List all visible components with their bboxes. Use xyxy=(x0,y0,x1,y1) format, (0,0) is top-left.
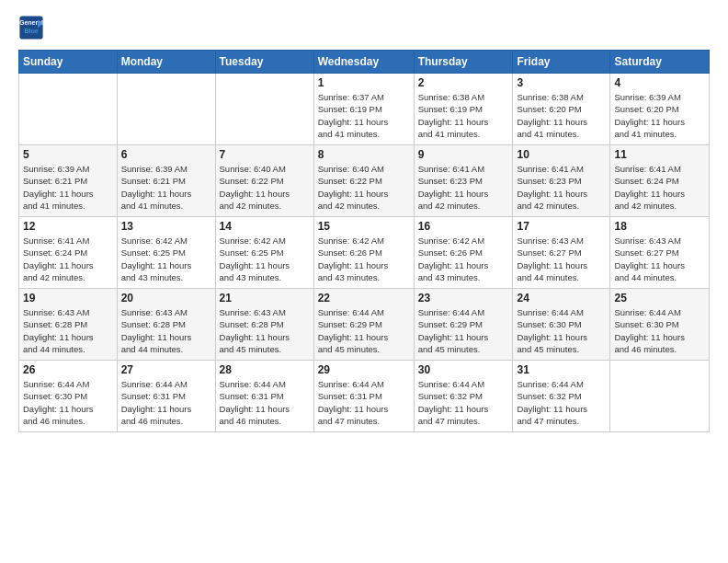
day-number: 25 xyxy=(614,292,705,304)
day-header-sunday: Sunday xyxy=(19,51,118,74)
day-number: 15 xyxy=(318,220,410,233)
day-number: 24 xyxy=(517,292,606,304)
calendar-cell: 18Sunrise: 6:43 AM Sunset: 6:27 PM Dayli… xyxy=(610,217,710,289)
day-info: Sunrise: 6:44 AM Sunset: 6:30 PM Dayligh… xyxy=(614,306,705,355)
calendar-cell: 13Sunrise: 6:42 AM Sunset: 6:25 PM Dayli… xyxy=(117,217,215,289)
day-info: Sunrise: 6:44 AM Sunset: 6:29 PM Dayligh… xyxy=(318,306,410,355)
calendar-cell: 12Sunrise: 6:41 AM Sunset: 6:24 PM Dayli… xyxy=(19,217,118,289)
day-info: Sunrise: 6:44 AM Sunset: 6:32 PM Dayligh… xyxy=(418,378,509,427)
day-number: 2 xyxy=(418,76,509,89)
calendar-cell: 16Sunrise: 6:42 AM Sunset: 6:26 PM Dayli… xyxy=(414,217,513,289)
day-number: 30 xyxy=(418,363,509,376)
day-number: 16 xyxy=(418,220,509,233)
day-header-tuesday: Tuesday xyxy=(215,51,313,74)
calendar-cell: 26Sunrise: 6:44 AM Sunset: 6:30 PM Dayli… xyxy=(19,361,118,432)
svg-text:Blue: Blue xyxy=(24,28,38,34)
day-info: Sunrise: 6:43 AM Sunset: 6:27 PM Dayligh… xyxy=(517,235,606,283)
day-header-thursday: Thursday xyxy=(414,51,513,74)
day-header-saturday: Saturday xyxy=(610,51,710,74)
calendar-cell: 17Sunrise: 6:43 AM Sunset: 6:27 PM Dayli… xyxy=(513,217,610,289)
calendar-cell: 5Sunrise: 6:39 AM Sunset: 6:21 PM Daylig… xyxy=(19,145,118,217)
day-number: 14 xyxy=(220,220,310,233)
day-info: Sunrise: 6:41 AM Sunset: 6:23 PM Dayligh… xyxy=(517,163,606,212)
calendar-cell: 29Sunrise: 6:44 AM Sunset: 6:31 PM Dayli… xyxy=(313,361,414,432)
logo-icon: General Blue xyxy=(18,15,44,40)
day-number: 28 xyxy=(220,363,310,376)
day-number: 22 xyxy=(318,292,410,304)
day-info: Sunrise: 6:38 AM Sunset: 6:20 PM Dayligh… xyxy=(517,91,606,140)
day-number: 17 xyxy=(517,220,606,233)
calendar-cell: 23Sunrise: 6:44 AM Sunset: 6:29 PM Dayli… xyxy=(414,289,513,361)
day-info: Sunrise: 6:39 AM Sunset: 6:21 PM Dayligh… xyxy=(23,163,113,212)
calendar-cell: 19Sunrise: 6:43 AM Sunset: 6:28 PM Dayli… xyxy=(19,289,118,361)
day-number: 1 xyxy=(318,76,410,89)
day-number: 31 xyxy=(517,363,606,376)
calendar-cell: 24Sunrise: 6:44 AM Sunset: 6:30 PM Dayli… xyxy=(513,289,610,361)
day-info: Sunrise: 6:44 AM Sunset: 6:31 PM Dayligh… xyxy=(318,378,410,427)
day-info: Sunrise: 6:44 AM Sunset: 6:30 PM Dayligh… xyxy=(23,378,113,427)
day-number: 29 xyxy=(318,363,410,376)
day-info: Sunrise: 6:41 AM Sunset: 6:23 PM Dayligh… xyxy=(418,163,509,212)
calendar-cell: 4Sunrise: 6:39 AM Sunset: 6:20 PM Daylig… xyxy=(610,74,710,145)
day-header-monday: Monday xyxy=(117,51,215,74)
calendar-cell: 28Sunrise: 6:44 AM Sunset: 6:31 PM Dayli… xyxy=(215,361,313,432)
day-number: 13 xyxy=(121,220,211,233)
day-info: Sunrise: 6:42 AM Sunset: 6:25 PM Dayligh… xyxy=(220,235,310,283)
day-number: 20 xyxy=(121,292,211,304)
day-info: Sunrise: 6:39 AM Sunset: 6:20 PM Dayligh… xyxy=(614,91,705,140)
day-info: Sunrise: 6:43 AM Sunset: 6:28 PM Dayligh… xyxy=(220,306,310,355)
day-number: 19 xyxy=(23,292,113,304)
calendar-cell: 11Sunrise: 6:41 AM Sunset: 6:24 PM Dayli… xyxy=(610,145,710,217)
day-number: 4 xyxy=(614,76,705,89)
calendar-cell: 10Sunrise: 6:41 AM Sunset: 6:23 PM Dayli… xyxy=(513,145,610,217)
day-info: Sunrise: 6:43 AM Sunset: 6:27 PM Dayligh… xyxy=(614,235,705,283)
calendar-cell: 2Sunrise: 6:38 AM Sunset: 6:19 PM Daylig… xyxy=(414,74,513,145)
day-info: Sunrise: 6:43 AM Sunset: 6:28 PM Dayligh… xyxy=(121,306,211,355)
day-header-friday: Friday xyxy=(513,51,610,74)
day-number: 27 xyxy=(121,363,211,376)
day-info: Sunrise: 6:40 AM Sunset: 6:22 PM Dayligh… xyxy=(318,163,410,212)
day-info: Sunrise: 6:38 AM Sunset: 6:19 PM Dayligh… xyxy=(418,91,509,140)
page: General Blue SundayMondayTuesdayWednesda… xyxy=(0,0,728,447)
calendar-cell: 30Sunrise: 6:44 AM Sunset: 6:32 PM Dayli… xyxy=(414,361,513,432)
day-number: 18 xyxy=(614,220,705,233)
day-number: 7 xyxy=(220,148,310,161)
calendar-cell: 3Sunrise: 6:38 AM Sunset: 6:20 PM Daylig… xyxy=(513,74,610,145)
day-number: 12 xyxy=(23,220,113,233)
day-info: Sunrise: 6:42 AM Sunset: 6:26 PM Dayligh… xyxy=(318,235,410,283)
calendar-cell: 9Sunrise: 6:41 AM Sunset: 6:23 PM Daylig… xyxy=(414,145,513,217)
calendar-cell: 27Sunrise: 6:44 AM Sunset: 6:31 PM Dayli… xyxy=(117,361,215,432)
calendar-cell: 20Sunrise: 6:43 AM Sunset: 6:28 PM Dayli… xyxy=(117,289,215,361)
calendar-cell: 14Sunrise: 6:42 AM Sunset: 6:25 PM Dayli… xyxy=(215,217,313,289)
day-header-wednesday: Wednesday xyxy=(313,51,414,74)
header: General Blue xyxy=(18,15,710,40)
day-number: 3 xyxy=(517,76,606,89)
calendar-cell: 31Sunrise: 6:44 AM Sunset: 6:32 PM Dayli… xyxy=(513,361,610,432)
day-info: Sunrise: 6:44 AM Sunset: 6:31 PM Dayligh… xyxy=(121,378,211,427)
day-number: 5 xyxy=(23,148,113,161)
day-info: Sunrise: 6:41 AM Sunset: 6:24 PM Dayligh… xyxy=(614,163,705,212)
calendar-cell: 7Sunrise: 6:40 AM Sunset: 6:22 PM Daylig… xyxy=(215,145,313,217)
day-number: 11 xyxy=(614,148,705,161)
day-info: Sunrise: 6:42 AM Sunset: 6:25 PM Dayligh… xyxy=(121,235,211,283)
day-info: Sunrise: 6:44 AM Sunset: 6:30 PM Dayligh… xyxy=(517,306,606,355)
calendar-cell: 25Sunrise: 6:44 AM Sunset: 6:30 PM Dayli… xyxy=(610,289,710,361)
day-number: 8 xyxy=(318,148,410,161)
day-number: 9 xyxy=(418,148,509,161)
calendar-cell xyxy=(19,74,118,145)
calendar-cell: 21Sunrise: 6:43 AM Sunset: 6:28 PM Dayli… xyxy=(215,289,313,361)
logo: General Blue xyxy=(18,15,48,40)
week-row-2: 5Sunrise: 6:39 AM Sunset: 6:21 PM Daylig… xyxy=(19,145,710,217)
day-info: Sunrise: 6:44 AM Sunset: 6:29 PM Dayligh… xyxy=(418,306,509,355)
day-info: Sunrise: 6:41 AM Sunset: 6:24 PM Dayligh… xyxy=(23,235,113,283)
day-info: Sunrise: 6:44 AM Sunset: 6:31 PM Dayligh… xyxy=(220,378,310,427)
calendar-cell: 15Sunrise: 6:42 AM Sunset: 6:26 PM Dayli… xyxy=(313,217,414,289)
week-row-3: 12Sunrise: 6:41 AM Sunset: 6:24 PM Dayli… xyxy=(19,217,710,289)
calendar-cell: 1Sunrise: 6:37 AM Sunset: 6:19 PM Daylig… xyxy=(313,74,414,145)
day-number: 21 xyxy=(220,292,310,304)
day-number: 26 xyxy=(23,363,113,376)
calendar-cell: 6Sunrise: 6:39 AM Sunset: 6:21 PM Daylig… xyxy=(117,145,215,217)
calendar-header-row: SundayMondayTuesdayWednesdayThursdayFrid… xyxy=(19,51,710,74)
week-row-4: 19Sunrise: 6:43 AM Sunset: 6:28 PM Dayli… xyxy=(19,289,710,361)
calendar-cell: 8Sunrise: 6:40 AM Sunset: 6:22 PM Daylig… xyxy=(313,145,414,217)
